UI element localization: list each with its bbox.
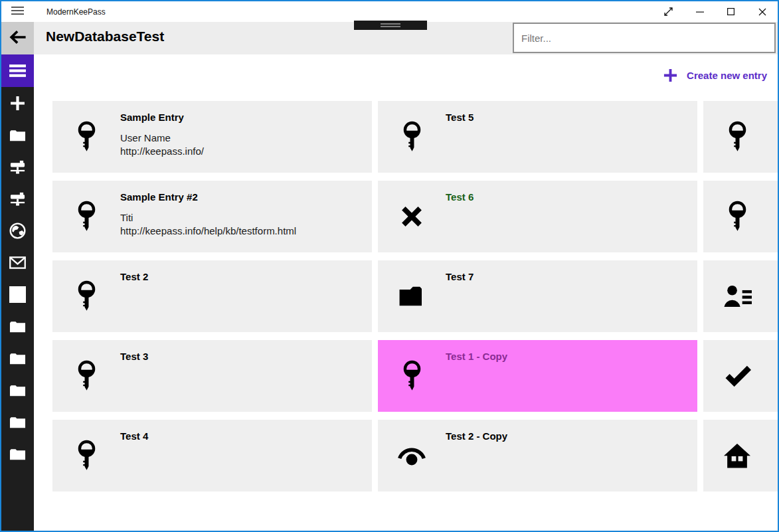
entry-card[interactable]: Test 1 - Copy [378, 340, 697, 412]
entry-card[interactable]: Test 7 [378, 260, 697, 332]
sidebar-item-mail[interactable] [1, 246, 34, 278]
contact-list-icon [703, 260, 771, 332]
minimize-button[interactable] [684, 1, 715, 22]
create-new-entry-button[interactable]: Create new entry [663, 68, 767, 83]
entry-card[interactable] [703, 181, 778, 252]
entry-card[interactable] [703, 340, 778, 412]
key-icon [703, 181, 771, 252]
entry-title: Test 7 [446, 271, 474, 282]
page-title: NewDatabaseTest [46, 29, 164, 44]
entry-title: Sample Entry #2 [120, 191, 296, 203]
entry-body: Test 1 - Copy [446, 340, 507, 412]
entry-body: Test 7 [446, 260, 474, 332]
sidebar-item-group-folder-3[interactable] [1, 374, 34, 406]
key-icon [703, 101, 771, 173]
maximize-icon [727, 8, 735, 15]
expand-icon [664, 7, 673, 16]
entry-title: Test 4 [120, 430, 148, 442]
entry-title: Test 2 - Copy [446, 430, 507, 442]
folder-filled-icon [378, 260, 446, 332]
maximize-button[interactable] [715, 1, 746, 22]
entry-details: Titihttp://keepass.info/help/kb/testform… [120, 211, 296, 238]
entry-card[interactable] [703, 260, 778, 332]
close-button[interactable] [746, 1, 778, 22]
globe-icon [9, 222, 26, 239]
entry-details: User Namehttp://keepass.info/ [120, 132, 204, 158]
sidebar-nav [1, 54, 34, 531]
sidebar-item-group-folder-5[interactable] [1, 438, 34, 470]
entry-card[interactable]: Test 5 [378, 101, 697, 173]
app-title: ModernKeePass [46, 7, 106, 17]
folder-icon [9, 350, 26, 367]
folder-icon [9, 414, 26, 430]
entry-body: Test 5 [446, 101, 474, 173]
plus-icon [663, 68, 678, 83]
entry-card[interactable]: Test 4 [52, 420, 372, 491]
entry-title: Test 2 [120, 271, 148, 282]
entry-card[interactable]: Sample EntryUser Namehttp://keepass.info… [52, 101, 372, 173]
entry-body: Test 3 [120, 340, 148, 412]
folder-icon [9, 446, 26, 462]
hamburger-icon [9, 62, 27, 80]
sitemap-icon [9, 191, 26, 207]
entry-body: Test 2 [120, 260, 148, 332]
sidebar-item-internet[interactable] [1, 215, 34, 246]
sidebar-item-group-square[interactable] [1, 278, 34, 310]
sidebar-item-folder[interactable] [1, 119, 34, 151]
sidebar-item-add[interactable] [1, 87, 34, 119]
plus-icon [9, 95, 26, 112]
folder-icon [9, 127, 26, 143]
titlebar: ModernKeePass [1, 1, 778, 22]
filter-input[interactable] [513, 23, 776, 53]
mail-icon [9, 254, 26, 271]
key-icon [52, 420, 120, 491]
sidebar-item-group-folder-1[interactable] [1, 310, 34, 342]
entry-card[interactable]: Test 6 [378, 181, 697, 252]
entry-title: Test 1 - Copy [446, 351, 507, 362]
titlebar-menu-button[interactable] [1, 1, 33, 22]
back-button[interactable] [1, 22, 34, 54]
key-icon [378, 101, 446, 173]
entry-body: Test 2 - Copy [446, 420, 507, 491]
window-drag-handle[interactable] [354, 21, 427, 30]
entry-title: Test 6 [446, 191, 474, 203]
entry-body: Test 6 [446, 181, 474, 252]
app-window: ModernKeePass NewDatabaseTest Create new… [0, 0, 779, 532]
sidebar-item-menu[interactable] [1, 54, 34, 87]
checkmark-icon [703, 340, 771, 412]
back-arrow-icon [9, 30, 27, 46]
entry-body: Sample EntryUser Namehttp://keepass.info… [120, 101, 204, 173]
entry-card[interactable] [703, 101, 778, 173]
key-icon [378, 340, 446, 412]
entry-body: Test 4 [120, 420, 148, 491]
entry-title: Test 3 [120, 351, 148, 362]
x-cross-icon [378, 181, 446, 252]
key-icon [52, 181, 120, 252]
expand-button[interactable] [653, 1, 684, 22]
close-icon [758, 8, 766, 16]
entry-title: Sample Entry [120, 112, 204, 123]
window-controls [653, 1, 778, 22]
main-content: Create new entry Sample EntryUser Nameht… [34, 54, 778, 531]
minimize-icon [696, 8, 704, 16]
entry-card[interactable]: Test 2 - Copy [378, 420, 697, 491]
entry-grid: Sample EntryUser Namehttp://keepass.info… [52, 101, 778, 491]
folder-icon [9, 318, 26, 335]
key-icon [52, 260, 120, 332]
sitemap-icon [9, 159, 26, 175]
key-icon [52, 340, 120, 412]
folder-icon [9, 382, 26, 399]
entry-card[interactable]: Sample Entry #2Titihttp://keepass.info/h… [52, 181, 372, 252]
view-eye-icon [378, 420, 446, 491]
sidebar-item-hierarchy-1[interactable] [1, 151, 34, 183]
entry-title: Test 5 [446, 112, 474, 123]
home-icon [703, 420, 771, 491]
hamburger-icon [11, 6, 24, 18]
entry-card[interactable] [703, 420, 778, 491]
entry-card[interactable]: Test 2 [52, 260, 372, 332]
create-new-entry-label: Create new entry [687, 70, 767, 81]
sidebar-item-group-folder-2[interactable] [1, 342, 34, 374]
entry-card[interactable]: Test 3 [52, 340, 372, 412]
sidebar-item-group-folder-4[interactable] [1, 406, 34, 438]
sidebar-item-hierarchy-2[interactable] [1, 183, 34, 215]
